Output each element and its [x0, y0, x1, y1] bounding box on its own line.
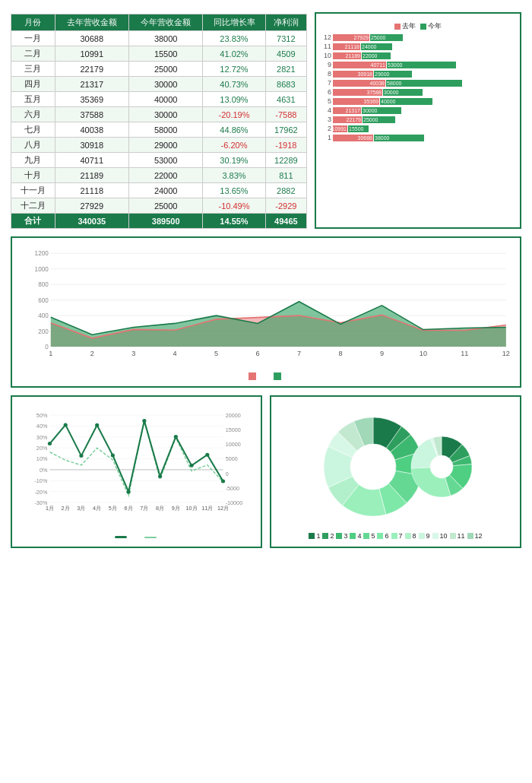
cell-curr: 30000 [128, 77, 202, 92]
bar-label: 6 [321, 88, 331, 96]
bar-label: 4 [321, 106, 331, 114]
bar-label: 10 [321, 52, 331, 59]
table-row: 三月 22179 25000 12.72% 2821 [11, 62, 307, 77]
svg-text:3月: 3月 [77, 506, 85, 512]
svg-text:11: 11 [461, 350, 468, 357]
svg-text:20000: 20000 [226, 413, 241, 419]
svg-text:40%: 40% [36, 424, 48, 430]
svg-text:15000: 15000 [226, 428, 241, 434]
cell-rate: 13.65% [203, 183, 265, 198]
bar-curr: 24000 [361, 43, 392, 50]
cell-month: 九月 [11, 153, 55, 168]
cell-profit: 4631 [265, 92, 306, 107]
cell-prev: 37588 [55, 107, 128, 122]
table-row: 十二月 27929 25000 -10.49% -2929 [11, 198, 307, 214]
table-total-row: 合计34003538950014.55%49465 [11, 214, 307, 229]
cell-month: 十一月 [11, 183, 55, 198]
bar-legend-prev: 去年 [402, 22, 416, 30]
cell-profit: -1918 [265, 138, 306, 153]
svg-point-66 [79, 454, 83, 458]
bar-container: 30688 38000 [333, 135, 424, 141]
bar-curr: 38000 [374, 135, 424, 141]
bar-row: 9 40711 53000 [321, 61, 515, 68]
cell-rate: 12.72% [203, 62, 265, 77]
table-row: 七月 40038 58000 44.86% 17962 [11, 122, 307, 138]
pie-svg [312, 410, 480, 528]
bar-curr: 58000 [386, 80, 462, 87]
svg-text:7月: 7月 [140, 506, 148, 512]
cell-prev: 35369 [55, 92, 128, 107]
table-row: 十一月 21118 24000 13.65% 2882 [11, 183, 307, 198]
line-legend [18, 532, 255, 540]
table-row: 九月 40711 53000 30.19% 12289 [11, 153, 307, 168]
col-curr: 今年营收金额 [128, 14, 202, 31]
pie-legend-item-3: 3 [336, 532, 347, 540]
cell-curr: 22000 [128, 168, 202, 183]
svg-point-69 [127, 490, 131, 494]
cell-prev: 40038 [55, 122, 128, 138]
bar-container: 27929 25000 [333, 34, 403, 41]
table-row: 四月 21317 30000 40.73% 8683 [11, 77, 307, 92]
table-row: 八月 30918 29000 -6.20% -1918 [11, 138, 307, 153]
cell-rate: 23.83% [203, 31, 265, 46]
cell-rate: -10.49% [203, 198, 265, 214]
svg-text:12: 12 [502, 350, 510, 357]
pie-chart-panel: 123456789101112 [270, 395, 521, 548]
bar-legend-curr: 今年 [428, 22, 442, 30]
table-header-row: 月份 去年营收金额 今年营收金额 同比增长率 净利润 [11, 14, 307, 31]
bar-row: 6 37588 30000 [321, 88, 515, 96]
line-svg: -30%-20%-10%0%10%20%30%40%50%-10000-5000… [18, 407, 255, 525]
cell-curr: 40000 [128, 92, 202, 107]
pie-legend-item-11: 11 [450, 532, 465, 540]
bar-container: 37588 30000 [333, 89, 423, 96]
svg-text:5月: 5月 [109, 506, 117, 512]
line-chart-wrap: -30%-20%-10%0%10%20%30%40%50%-10000-5000… [18, 407, 255, 529]
svg-text:-5000: -5000 [226, 486, 240, 492]
pie-legend-item-9: 9 [419, 532, 430, 540]
cell-month: 一月 [11, 31, 55, 46]
bar-label: 5 [321, 97, 331, 105]
bar-label: 7 [321, 79, 331, 87]
cell-month: 二月 [11, 46, 55, 62]
cell-month: 七月 [11, 122, 55, 138]
svg-text:6: 6 [256, 350, 260, 357]
svg-text:600: 600 [38, 297, 49, 304]
table-area: 月份 去年营收金额 今年营收金额 同比增长率 净利润 一月 30688 3800… [11, 12, 307, 229]
data-table: 月份 去年营收金额 今年营收金额 同比增长率 净利润 一月 30688 3800… [11, 14, 307, 229]
area-curr [51, 302, 506, 347]
bar-prev: 30918 [333, 71, 373, 78]
bar-prev: 40711 [333, 62, 386, 68]
cell-month: 三月 [11, 62, 55, 77]
area-legend [18, 372, 514, 380]
bar-curr: 30000 [383, 89, 423, 96]
cell-rate: 40.73% [203, 77, 265, 92]
svg-text:4: 4 [173, 350, 177, 357]
bar-curr: 29000 [374, 71, 412, 78]
cell-profit: -7588 [265, 107, 306, 122]
svg-point-65 [64, 423, 68, 427]
bar-row: 10 21189 22000 [321, 52, 515, 59]
bar-label: 1 [321, 134, 331, 141]
bar-row: 2 10991 15500 [321, 125, 515, 132]
cell-profit: 811 [265, 168, 306, 183]
pie-legend-item-5: 5 [363, 532, 375, 540]
svg-text:20%: 20% [36, 446, 48, 452]
area-chart-wrap: 020040060080010001200123456789101112 [18, 247, 514, 369]
svg-text:9月: 9月 [172, 506, 180, 512]
area-legend-curr [274, 372, 283, 380]
table-body: 一月 30688 38000 23.83% 7312 二月 10991 1550… [11, 31, 307, 229]
bar-row: 4 21317 30000 [321, 106, 515, 114]
col-profit: 净利润 [265, 14, 306, 31]
col-month: 月份 [11, 14, 55, 31]
svg-text:400: 400 [38, 312, 49, 319]
area-svg: 020040060080010001200123456789101112 [18, 247, 514, 369]
bar-container: 40711 53000 [333, 62, 456, 68]
svg-text:-10%: -10% [34, 479, 48, 485]
cell-month: 十月 [11, 168, 55, 183]
cell-profit: 2882 [265, 183, 306, 198]
cell-prev: 40711 [55, 153, 128, 168]
bar-curr: 15500 [348, 125, 369, 132]
svg-text:3: 3 [131, 350, 135, 357]
cell-prev: 21317 [55, 77, 128, 92]
area-chart-section: 020040060080010001200123456789101112 [11, 236, 521, 388]
